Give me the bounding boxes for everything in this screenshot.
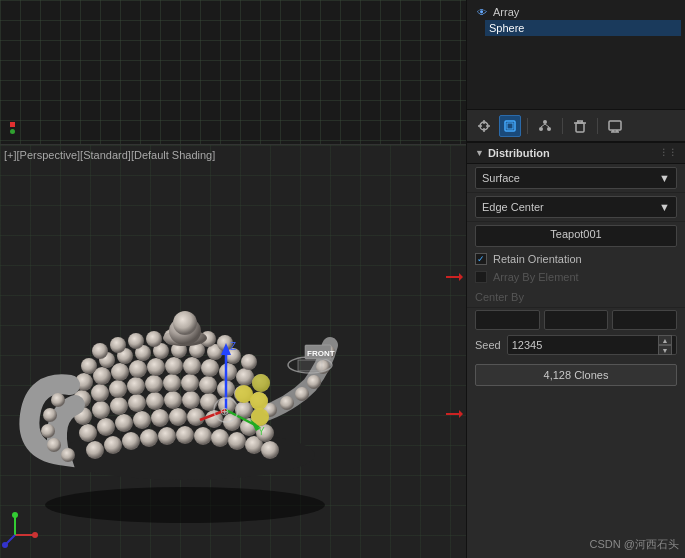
- teapot-body: [29, 311, 335, 480]
- svg-point-50: [165, 357, 183, 375]
- seed-value: 12345: [512, 339, 543, 351]
- axis-x-dot: [10, 122, 15, 127]
- right-panel: 👁 Array Sphere: [466, 0, 685, 558]
- svg-point-66: [92, 343, 108, 359]
- top-viewport[interactable]: [0, 0, 466, 145]
- center-by-row: Center By: [467, 286, 685, 308]
- type-dropdown[interactable]: Surface ▼: [475, 167, 677, 189]
- method-dropdown[interactable]: Edge Center ▼: [475, 196, 677, 218]
- svg-point-24: [92, 401, 110, 419]
- svg-point-52: [201, 359, 219, 377]
- svg-text:⊕: ⊕: [220, 405, 229, 417]
- section-dots: ⋮⋮: [659, 148, 677, 158]
- svg-point-29: [182, 391, 200, 409]
- svg-point-65: [241, 354, 257, 370]
- toolbar-separator-3: [597, 118, 598, 134]
- svg-rect-122: [576, 123, 584, 132]
- svg-point-90: [250, 392, 268, 410]
- ground-shadow: [45, 487, 325, 523]
- svg-point-6: [176, 426, 194, 444]
- svg-line-121: [545, 124, 549, 127]
- toolbar-separator-2: [562, 118, 563, 134]
- seed-spinner: ▲ ▼: [658, 335, 672, 355]
- svg-text:Z: Z: [230, 341, 236, 352]
- svg-point-53: [219, 363, 237, 381]
- svg-point-7: [194, 427, 212, 445]
- svg-point-5: [158, 427, 176, 445]
- svg-point-40: [181, 374, 199, 392]
- svg-point-37: [127, 377, 145, 395]
- retain-orientation-checkbox[interactable]: ✓: [475, 253, 487, 265]
- svg-point-9: [228, 432, 246, 450]
- object-field[interactable]: Teapot001: [475, 225, 677, 247]
- svg-point-87: [173, 311, 197, 335]
- x-field[interactable]: [475, 310, 540, 330]
- svg-point-3: [122, 432, 140, 450]
- seed-down-btn[interactable]: ▼: [658, 345, 672, 355]
- svg-point-26: [128, 394, 146, 412]
- svg-point-41: [199, 376, 217, 394]
- outliner: 👁 Array Sphere: [467, 0, 685, 110]
- tool-icon-display[interactable]: [604, 115, 626, 137]
- svg-point-80: [280, 396, 294, 410]
- viewport-label: [+][Perspective][Standard][Default Shadi…: [4, 149, 215, 161]
- clones-button[interactable]: 4,128 Clones: [475, 364, 677, 386]
- seed-label: Seed: [475, 339, 501, 351]
- svg-point-74: [51, 393, 65, 407]
- z-field[interactable]: [612, 310, 677, 330]
- svg-point-11: [261, 441, 279, 459]
- svg-point-38: [145, 375, 163, 393]
- viewport-axes-widget: [2, 512, 38, 548]
- svg-point-30: [200, 393, 218, 411]
- center-by-label: Center By: [475, 291, 545, 303]
- tool-icon-move[interactable]: [473, 115, 495, 137]
- svg-point-18: [187, 408, 205, 426]
- distribution-section-header[interactable]: ▼ Distribution ⋮⋮: [467, 142, 685, 164]
- svg-point-4: [140, 429, 158, 447]
- section-arrow: ▼: [475, 148, 484, 158]
- svg-point-51: [183, 357, 201, 375]
- svg-point-39: [163, 374, 181, 392]
- top-viewport-grid: [0, 0, 466, 144]
- svg-point-117: [543, 120, 547, 124]
- svg-point-15: [133, 411, 151, 429]
- outliner-label-sphere: Sphere: [489, 22, 524, 34]
- svg-point-12: [79, 424, 97, 442]
- eye-icon[interactable]: 👁: [475, 7, 489, 17]
- teapot-container: Z Y ⊕ FRONT: [0, 145, 466, 558]
- viewport-area: [+][Perspective][Standard][Default Shadi…: [0, 0, 466, 558]
- watermark: CSDN @河西石头: [590, 537, 679, 552]
- seed-up-btn[interactable]: ▲: [658, 335, 672, 345]
- svg-point-27: [146, 392, 164, 410]
- seed-row: Seed 12345 ▲ ▼: [467, 332, 685, 358]
- svg-point-82: [307, 375, 321, 389]
- red-arrow-top: [444, 270, 464, 286]
- outliner-item-array[interactable]: 👁 Array: [471, 4, 681, 20]
- outliner-label-array: Array: [493, 6, 519, 18]
- array-by-element-label: Array By Element: [493, 271, 579, 283]
- svg-point-1: [86, 441, 104, 459]
- svg-point-69: [146, 331, 162, 347]
- outliner-item-sphere[interactable]: Sphere: [485, 20, 681, 36]
- svg-point-105: [2, 542, 8, 548]
- tool-icon-modify[interactable]: [499, 115, 521, 137]
- tool-icon-delete[interactable]: [569, 115, 591, 137]
- svg-point-77: [47, 438, 61, 452]
- y-field[interactable]: [544, 310, 609, 330]
- svg-point-25: [110, 397, 128, 415]
- seed-field[interactable]: 12345 ▲ ▼: [507, 335, 677, 355]
- method-dropdown-label: Edge Center: [482, 201, 544, 213]
- svg-point-78: [61, 448, 75, 462]
- svg-point-104: [12, 512, 18, 518]
- svg-point-13: [97, 418, 115, 436]
- svg-point-119: [547, 127, 551, 131]
- array-by-element-checkbox[interactable]: [475, 271, 487, 283]
- main-viewport[interactable]: [+][Perspective][Standard][Default Shadi…: [0, 145, 466, 558]
- tool-icon-hierarchy[interactable]: [534, 115, 556, 137]
- teapot-svg: Z Y ⊕ FRONT: [0, 145, 466, 558]
- distribution-label: Distribution: [488, 147, 550, 159]
- properties-panel: ▼ Distribution ⋮⋮ Surface ▼ Edge Center …: [467, 142, 685, 558]
- svg-point-35: [91, 384, 109, 402]
- svg-point-91: [252, 374, 270, 392]
- method-row: Edge Center ▼: [467, 193, 685, 222]
